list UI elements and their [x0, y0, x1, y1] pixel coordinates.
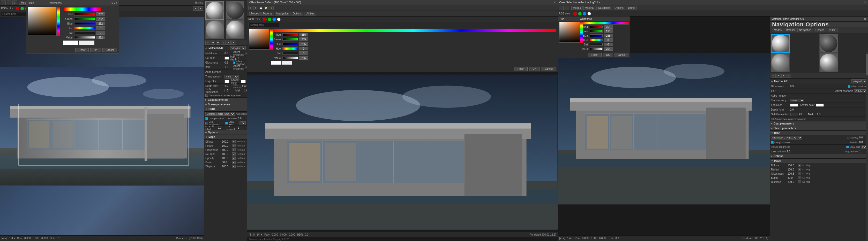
rmp-tab-options[interactable]: Options — [814, 28, 826, 32]
r-tab-options[interactable]: Options — [613, 6, 625, 10]
r-map-diffuse-btn[interactable]: ▸ — [798, 164, 801, 167]
val-val-right[interactable]: 255 — [604, 47, 613, 50]
r-back-btn[interactable]: ← — [559, 6, 564, 10]
map-displace-btn[interactable]: ▸ — [232, 165, 236, 168]
map-displace-nomap[interactable]: No Map — [237, 165, 245, 168]
refract-swatch[interactable] — [224, 57, 229, 60]
r-map-bump-nm[interactable]: No Map — [802, 176, 811, 179]
r-map-bump-val[interactable]: 30.0 — [787, 176, 797, 179]
blue-val-vfb[interactable]: 255 — [299, 42, 308, 46]
rmt-1[interactable]: ✏ — [771, 74, 776, 78]
hue-slider[interactable] — [74, 27, 95, 29]
r-tab-modes[interactable]: Modes — [571, 6, 583, 10]
vfb-save-btn[interactable]: 💾 — [259, 6, 263, 10]
mat-type-select[interactable]: VRayMtl — [230, 46, 246, 50]
r-mult-value[interactable]: 1.0 — [817, 113, 825, 116]
right-mat-close[interactable]: ✕ — [864, 17, 866, 21]
r-sheen-header[interactable]: ▶ Sheen parameters — [770, 126, 868, 131]
green-sl-vfb[interactable] — [282, 38, 298, 40]
hue-strip-right[interactable] — [580, 22, 583, 43]
sat-sl-right[interactable] — [590, 43, 602, 46]
r-local-axis-cb[interactable] — [846, 146, 849, 148]
glossiness-value[interactable]: 0.9 — [224, 61, 232, 64]
red-slider[interactable] — [74, 13, 95, 15]
blue-circle-right[interactable] — [583, 12, 586, 15]
red-sl-vfb[interactable] — [282, 33, 298, 36]
map-reflect-btn[interactable]: ▸ — [232, 144, 236, 147]
spectrum-vfb[interactable] — [271, 29, 556, 32]
r-tab-navigation[interactable]: Navigation — [596, 6, 612, 10]
r-affect-shadows-cb[interactable] — [848, 85, 850, 88]
affect-shadows-cb[interactable] — [233, 62, 235, 64]
green-sl-right[interactable] — [590, 30, 602, 33]
rotation-value[interactable]: 0.0 — [238, 117, 246, 120]
r-tab-material[interactable]: Material — [583, 6, 596, 10]
r-compensate-cb[interactable] — [771, 118, 774, 120]
thumbnail-2[interactable] — [226, 1, 244, 20]
green-val-right[interactable]: 255 — [604, 29, 613, 33]
use-roughness-cb[interactable] — [205, 122, 208, 125]
brdf-type-select[interactable]: Microfacet GTR (GGX) — [205, 112, 235, 116]
r-thumbnail-2[interactable] — [819, 34, 838, 53]
rmt-3[interactable]: ▶ — [781, 74, 786, 78]
r-map-diffuse-nm[interactable]: No Map — [802, 164, 811, 167]
value-slider[interactable] — [74, 36, 95, 39]
reset-right[interactable]: Reset — [588, 53, 601, 57]
r-brdf-header[interactable]: ▼ BRDF — [770, 131, 868, 135]
hue-strip-vfb[interactable] — [270, 29, 273, 50]
map-displace-value[interactable]: 100.0 — [222, 165, 231, 168]
metalness-value[interactable]: 0.0 — [224, 52, 232, 55]
sat-slider[interactable] — [74, 32, 95, 34]
blue-sl-vfb[interactable] — [282, 43, 298, 45]
white-circle-vfb[interactable] — [277, 18, 281, 21]
scrollbar-right[interactable] — [866, 51, 868, 241]
tab-modes-vfb[interactable]: Modes — [249, 12, 261, 15]
r-map-gloss-val[interactable]: 100.5 — [787, 172, 797, 175]
ok-btn-vfb[interactable]: OK — [529, 67, 539, 71]
sat-value[interactable]: 0 — [96, 31, 105, 35]
rmt-4[interactable]: ▽ — [786, 74, 791, 78]
r-map-reflect-val[interactable]: 100.0 — [787, 168, 797, 171]
map-channel-value[interactable]: 1 — [238, 126, 246, 129]
cancel-btn-vfb[interactable]: Cancel — [541, 67, 556, 71]
right-close[interactable]: ✕ — [864, 1, 866, 4]
r-options-header[interactable]: ▶ Options — [770, 154, 868, 159]
r-maps-header[interactable]: ▼ Maps — [770, 159, 868, 163]
map-diffuse-nomap[interactable]: No Map — [237, 140, 245, 143]
max-depth-value[interactable]: 8 — [238, 57, 246, 60]
tab-options-vfb[interactable]: Options — [291, 12, 303, 15]
tab-material-vfb[interactable]: Material — [261, 12, 274, 15]
hue-val-vfb[interactable]: 0 — [299, 47, 308, 50]
maps-header[interactable]: ▼ Maps — [204, 135, 247, 139]
reset-button[interactable]: Reset — [75, 48, 89, 52]
translucency-select[interactable]: None — [224, 75, 239, 78]
compensate-cb[interactable] — [205, 94, 208, 97]
use-glossiness-cb[interactable] — [205, 117, 208, 120]
cancel-button[interactable]: Cancel — [102, 48, 117, 52]
hue-sl-right[interactable] — [590, 39, 602, 41]
mat-tool-4[interactable]: ▽ — [221, 40, 225, 45]
map-glossiness-value[interactable]: 100.0 — [222, 148, 231, 151]
vfb-render-btn[interactable]: ▶ — [248, 6, 253, 10]
r-thumbnail-3[interactable] — [771, 53, 789, 72]
map-reflect-value[interactable]: 100.0 — [222, 144, 231, 147]
map-diffuse-value[interactable]: 100.0 — [222, 140, 231, 143]
rmp-tab-modes[interactable]: Modes — [772, 28, 783, 32]
r-fog-swatch[interactable] — [790, 104, 798, 107]
map-diffuse-btn[interactable]: ▸ — [232, 140, 236, 143]
thumbnail-4[interactable] — [226, 20, 244, 39]
r-scatter-swatch[interactable] — [816, 104, 824, 107]
ok-button[interactable]: OK — [90, 48, 101, 52]
gtr-falloff-value[interactable]: 2.0 — [218, 126, 225, 129]
r-forward-btn[interactable]: → — [565, 6, 569, 10]
r-use-gloss-cb[interactable] — [771, 141, 774, 144]
map-opacity-btn[interactable]: ▸ — [232, 157, 236, 160]
tab-navigation-vfb[interactable]: Navigation — [275, 12, 290, 15]
rmp-tab-navigation[interactable]: Navigation — [797, 28, 813, 32]
map-refract-value[interactable]: 100.0 — [222, 153, 231, 156]
home-button[interactable]: ⌂ — [12, 1, 17, 5]
r-use-rough-cb[interactable] — [771, 146, 774, 148]
green-circle-right[interactable] — [578, 12, 582, 15]
color-spectrum-bar[interactable] — [64, 7, 101, 11]
rmp-tab-material[interactable]: Material — [784, 28, 797, 32]
